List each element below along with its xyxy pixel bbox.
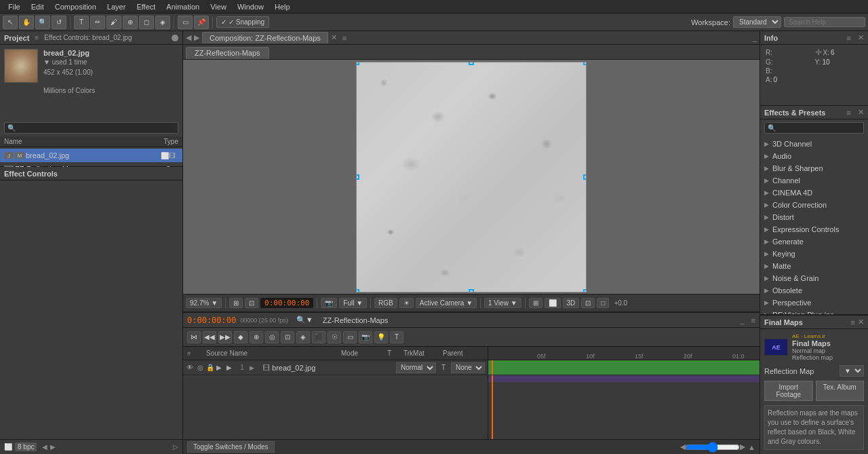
- effects-panel-close[interactable]: ✕: [858, 108, 864, 117]
- reflection-map-select[interactable]: ▼: [840, 365, 864, 377]
- timeline-search-btn[interactable]: 🔍▼: [296, 316, 313, 324]
- effect-cat-cinema4d[interactable]: ▶ CINEMA 4D: [760, 187, 868, 199]
- effect-cat-distort[interactable]: ▶ Distort: [760, 211, 868, 223]
- effects-search-input[interactable]: [764, 122, 864, 134]
- effect-cat-keying[interactable]: ▶ Keying: [760, 248, 868, 260]
- tl-btn-adjustment[interactable]: ⊡: [281, 331, 294, 343]
- tool-rotate[interactable]: ↺: [52, 16, 66, 29]
- left-nav-next[interactable]: ▶: [50, 443, 56, 451]
- tool-brush[interactable]: 🖌: [106, 16, 121, 29]
- menu-help[interactable]: Help: [269, 3, 296, 11]
- effect-cat-generate[interactable]: ▶ Generate: [760, 235, 868, 248]
- grid-toggle[interactable]: ⊞: [529, 298, 542, 308]
- tl-btn-keyframe[interactable]: ⋈: [187, 331, 201, 343]
- tl-nav-left[interactable]: ◀: [680, 442, 686, 451]
- final-maps-close[interactable]: ✕: [858, 318, 864, 326]
- tl-btn-next-kf[interactable]: ▶▶: [218, 331, 232, 343]
- handle-top-right[interactable]: [583, 62, 587, 65]
- comp-tab-close[interactable]: ✕: [331, 33, 337, 42]
- menu-composition[interactable]: Composition: [50, 3, 102, 11]
- menu-layer[interactable]: Layer: [102, 3, 132, 11]
- tl-btn-camera[interactable]: 📷: [359, 331, 372, 343]
- handle-bottom-right[interactable]: [583, 289, 587, 292]
- effect-cat-perspective[interactable]: ▶ Perspective: [760, 297, 868, 309]
- left-expand[interactable]: ▷: [173, 443, 178, 451]
- tool-text[interactable]: T: [74, 16, 89, 29]
- handle-top-left[interactable]: [356, 62, 359, 65]
- comp-nav-left[interactable]: ◀: [186, 33, 191, 42]
- tl-nav-right[interactable]: ▶: [740, 442, 745, 451]
- effect-cat-blur[interactable]: ▶ Blur & Sharpen: [760, 162, 868, 174]
- menu-view[interactable]: View: [205, 3, 232, 11]
- view-tab-zz[interactable]: ZZ-Reflection-Maps: [186, 47, 269, 59]
- track-expand-1[interactable]: ▶: [216, 364, 224, 371]
- effect-cat-revision[interactable]: ▶ RE:Vision Plug-ins: [760, 309, 868, 314]
- playhead-empty[interactable]: [492, 375, 493, 439]
- panel-close-btn[interactable]: [172, 35, 178, 41]
- handle-bottom-mid[interactable]: [469, 289, 474, 292]
- effect-cat-color[interactable]: ▶ Color Correction: [760, 199, 868, 211]
- comp-minimize[interactable]: _: [753, 34, 757, 42]
- time-display[interactable]: 0:00:00:00: [260, 298, 313, 308]
- tool-select[interactable]: ↖: [3, 16, 18, 29]
- tool-puppet[interactable]: 📌: [194, 16, 209, 29]
- tl-btn-parent[interactable]: ⊕: [250, 331, 263, 343]
- handle-top-mid[interactable]: [469, 62, 474, 65]
- camera-btn[interactable]: 📷: [321, 298, 337, 308]
- comp-nav-right[interactable]: ▶: [194, 33, 199, 42]
- tool-hand[interactable]: ✋: [19, 16, 34, 29]
- project-search-input[interactable]: [4, 122, 178, 134]
- tl-btn-add-kf[interactable]: ◆: [234, 331, 248, 343]
- tl-expand[interactable]: ▲: [748, 443, 755, 451]
- final-maps-options[interactable]: ≡: [851, 318, 855, 326]
- comp-tab-main[interactable]: Composition: ZZ-Reflection-Maps: [202, 32, 328, 43]
- comp-options[interactable]: ≡: [342, 34, 347, 42]
- tool-clone[interactable]: ⊕: [123, 16, 138, 29]
- tl-btn-new-null[interactable]: ☉: [328, 331, 341, 343]
- menu-file[interactable]: File: [3, 3, 26, 11]
- track-lock-1[interactable]: 🔒: [206, 364, 214, 371]
- safe-zones-btn[interactable]: ⊡: [245, 298, 258, 308]
- tl-btn-text[interactable]: T: [390, 331, 403, 343]
- effect-cat-noise[interactable]: ▶ Noise & Grain: [760, 272, 868, 284]
- effect-cat-obsolete[interactable]: ▶ Obsolete: [760, 284, 868, 297]
- tl-btn-precomp[interactable]: ⬛: [312, 331, 326, 343]
- tool-shape[interactable]: ▭: [178, 16, 193, 29]
- render-quality[interactable]: Full ▼: [339, 298, 367, 308]
- handle-bottom-left[interactable]: [356, 289, 359, 292]
- track-eye-1[interactable]: 👁: [186, 364, 194, 371]
- tl-btn-shape[interactable]: ▭: [343, 331, 357, 343]
- handle-mid-left[interactable]: [356, 174, 359, 180]
- timeline-close[interactable]: ≡: [751, 316, 755, 324]
- pixel-aspect[interactable]: ⊡: [581, 298, 595, 308]
- view-count-btn[interactable]: 1 View ▼: [484, 298, 521, 308]
- tl-btn-motion-blur[interactable]: ◎: [265, 331, 279, 343]
- tool-zoom[interactable]: 🔍: [35, 16, 50, 29]
- snapping-toggle[interactable]: ✓ ✓ Snapping: [216, 16, 269, 28]
- track-solo-1[interactable]: ◎: [196, 364, 204, 371]
- 3d-toggle[interactable]: 3D: [563, 298, 580, 308]
- workspace-select[interactable]: Standard: [733, 16, 781, 28]
- left-nav-prev[interactable]: ◀: [42, 443, 47, 451]
- effects-panel-options[interactable]: ≡: [847, 109, 851, 117]
- info-panel-options[interactable]: ≡: [847, 34, 851, 42]
- effect-cat-channel[interactable]: ▶ Channel: [760, 174, 868, 187]
- tl-btn-prev-kf[interactable]: ◀◀: [203, 331, 216, 343]
- track-mode-1[interactable]: Normal: [396, 362, 436, 373]
- track-expand-2[interactable]: ▶: [226, 364, 235, 371]
- menu-effect[interactable]: Effect: [131, 3, 161, 11]
- tool-pen[interactable]: ✏: [90, 16, 105, 29]
- tl-zoom-slider[interactable]: [686, 442, 740, 453]
- effect-cat-matte[interactable]: ▶ Matte: [760, 260, 868, 272]
- effect-cat-audio[interactable]: ▶ Audio: [760, 150, 868, 162]
- menu-window[interactable]: Window: [232, 3, 269, 11]
- search-help-input[interactable]: [784, 17, 865, 27]
- exposure-btn[interactable]: ☀: [399, 298, 414, 308]
- timeline-minimize[interactable]: _: [740, 316, 744, 324]
- file-item-bread[interactable]: J M bread_02.jpg ⬜🎞: [0, 149, 182, 162]
- info-panel-close[interactable]: ✕: [858, 33, 864, 42]
- zoom-display[interactable]: 92.7% ▼: [186, 298, 222, 308]
- tool-eraser[interactable]: ◻: [139, 16, 154, 29]
- toggle-switches-btn[interactable]: Toggle Switches / Modes: [187, 441, 275, 453]
- tex-album-btn[interactable]: Tex. Album: [816, 381, 865, 401]
